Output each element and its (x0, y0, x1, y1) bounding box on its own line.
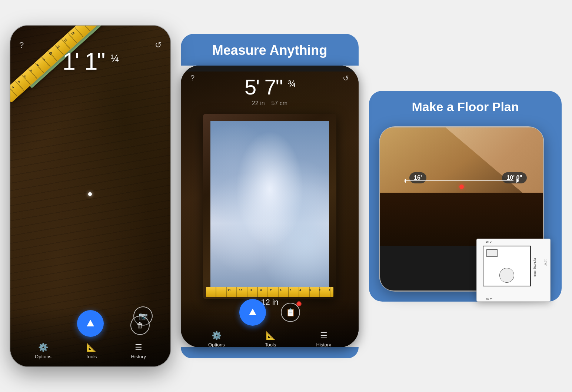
screen2-bottom-bar: 📋 ⚙️ Options 📐 Tools ☰ Histo (181, 299, 359, 347)
screen3-room-photo: 16' 10' 0" (380, 127, 543, 246)
screen2-options-icon: ⚙️ (212, 331, 222, 340)
tab-options[interactable]: ⚙️ Options (35, 343, 51, 359)
fp-room-outline: My Living Room (483, 246, 531, 286)
picture-artwork (210, 121, 329, 292)
screen2-wrapper: Measure Anything ? ↺ 5' 7" ¾ 22 in 57 cm (181, 34, 359, 358)
room-floor (380, 193, 543, 246)
screen3-phone: 16' 10' 0" (380, 127, 543, 290)
screen2-tab-tools[interactable]: 📐 Tools (265, 331, 276, 347)
screen3-body: 16' 10' 0" (369, 122, 562, 302)
measure-button[interactable] (77, 310, 104, 337)
ar-target-dot (88, 192, 92, 196)
frame-tape-measure: 1110987654321 (206, 287, 333, 297)
screen2-measure-button[interactable] (239, 299, 266, 326)
action-buttons-row (77, 310, 104, 337)
measurement-display: 1' 1" ¼ (10, 48, 170, 75)
floor-plan-card: 16' 0" My Living Room (476, 239, 551, 302)
fp-measurement-top: 16' 0" (486, 240, 492, 243)
measurement-arrows (405, 177, 519, 185)
svg-marker-4 (516, 179, 519, 183)
fp-room-name-label: My Living Room (533, 258, 536, 276)
screen2-measurement-value: 5' 7" ¾ (181, 74, 359, 99)
screen2-header: Measure Anything (181, 34, 359, 66)
fp-furniture-rect (486, 249, 498, 257)
screen1-phone: 345678910111213 ? 1' 1" ¼ ↺ 📷 (10, 26, 170, 366)
measurement-value: 1' 1" ¼ (62, 48, 118, 75)
history-notification-badge (296, 301, 302, 306)
screen1-topbar: ? 1' 1" ¼ ↺ (10, 26, 170, 55)
screen1-bottom-bar: 📷 🗑 ⚙️ Options 📐 T (10, 307, 170, 366)
screenshots-container: 345678910111213 ? 1' 1" ¼ ↺ 📷 (0, 14, 572, 378)
screen2-history-icon: ☰ (320, 331, 327, 340)
svg-marker-0 (87, 320, 94, 326)
history-icon: ☰ (135, 343, 142, 352)
screen2-tab-options[interactable]: ⚙️ Options (208, 331, 225, 347)
screen2-tools-icon: 📐 (266, 331, 276, 340)
fp-furniture-circle (499, 268, 514, 283)
screen2-tab-history[interactable]: ☰ History (316, 331, 331, 347)
fp-measurement-side: 10' 0" (544, 259, 547, 265)
tab-history[interactable]: ☰ History (131, 343, 146, 359)
options-icon: ⚙️ (38, 343, 48, 352)
screen2-tab-bar: ⚙️ Options 📐 Tools ☰ History (181, 331, 359, 347)
screen2-footer (181, 347, 359, 358)
screen2-buttons: 📋 (239, 299, 300, 326)
fp-measurement-bottom: 16' 0" (486, 298, 492, 300)
screen3-wrapper: Make a Floor Plan 16' 10' 0" (369, 91, 562, 302)
svg-marker-3 (405, 179, 406, 183)
screen2-history-button[interactable]: 📋 (281, 303, 300, 322)
floor-plan-inner: 16' 0" My Living Room (477, 239, 550, 301)
tools-icon: 📐 (86, 343, 96, 352)
screen2-measurement: 5' 7" ¾ 22 in 57 cm (181, 74, 359, 107)
screen3-header: Make a Floor Plan (369, 91, 562, 122)
svg-marker-1 (249, 309, 256, 315)
picture-frame (203, 114, 336, 299)
tab-bar: ⚙️ Options 📐 Tools ☰ History (10, 343, 170, 359)
tab-tools[interactable]: 📐 Tools (86, 343, 97, 359)
screen2-phone: ? ↺ 5' 7" ¾ 22 in 57 cm (181, 66, 359, 347)
ar-measurement-dot (459, 185, 464, 189)
screen3-bottom-section: 16' 0" My Living Room (380, 246, 543, 290)
trash-button[interactable]: 🗑 (130, 316, 150, 335)
screen2-measurement-units: 22 in 57 cm (181, 100, 359, 107)
